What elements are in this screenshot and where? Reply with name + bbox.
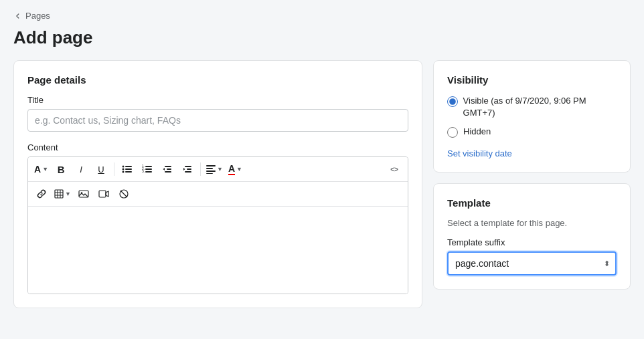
page-title: Add page bbox=[13, 27, 631, 48]
visibility-visible-option[interactable]: Visible (as of 9/7/2020, 9:06 PM GMT+7) bbox=[447, 95, 617, 119]
breadcrumb-label: Pages bbox=[25, 11, 50, 21]
video-icon bbox=[98, 189, 109, 199]
svg-rect-29 bbox=[99, 191, 106, 197]
svg-rect-20 bbox=[206, 171, 216, 172]
content-label: Content bbox=[27, 142, 408, 152]
visibility-hidden-option[interactable]: Hidden bbox=[447, 126, 617, 138]
svg-rect-15 bbox=[185, 166, 191, 167]
svg-rect-18 bbox=[206, 165, 216, 166]
svg-rect-7 bbox=[145, 166, 152, 167]
indent-increase-button[interactable] bbox=[178, 160, 197, 179]
ol-icon: 1.2.3. bbox=[142, 164, 153, 175]
table-button[interactable]: ▼ bbox=[52, 185, 73, 203]
side-column: Visibility Visible (as of 9/7/2020, 9:06… bbox=[433, 60, 631, 290]
svg-rect-22 bbox=[55, 190, 63, 198]
editor-body[interactable] bbox=[28, 207, 408, 294]
indent-decrease-icon bbox=[162, 164, 173, 175]
font-button[interactable]: A ▼ bbox=[32, 160, 50, 179]
content-editor: A ▼ B I U 1.2.3. bbox=[27, 156, 408, 294]
svg-rect-9 bbox=[145, 168, 152, 170]
svg-rect-5 bbox=[125, 171, 132, 173]
color-arrow-icon: ▼ bbox=[236, 166, 242, 173]
toolbar-row2: ▼ bbox=[28, 182, 408, 207]
underline-button[interactable]: U bbox=[92, 160, 110, 179]
title-label: Title bbox=[27, 95, 408, 105]
svg-rect-3 bbox=[125, 168, 132, 170]
link-button[interactable] bbox=[32, 185, 51, 203]
ul-icon bbox=[122, 164, 133, 175]
align-arrow-icon: ▼ bbox=[217, 166, 223, 173]
code-button[interactable]: <> bbox=[385, 160, 404, 179]
svg-point-4 bbox=[123, 171, 125, 173]
table-icon bbox=[54, 189, 64, 199]
suffix-select[interactable]: page.contact page.default bbox=[447, 251, 617, 275]
block-icon bbox=[118, 189, 129, 199]
breadcrumb[interactable]: Pages bbox=[13, 11, 631, 21]
visibility-card: Visibility Visible (as of 9/7/2020, 9:06… bbox=[433, 60, 631, 173]
video-button[interactable] bbox=[94, 185, 113, 203]
template-description: Select a template for this page. bbox=[447, 218, 617, 228]
visibility-visible-radio[interactable] bbox=[447, 96, 458, 107]
svg-rect-1 bbox=[125, 166, 132, 167]
template-title: Template bbox=[447, 197, 617, 209]
block-button[interactable] bbox=[114, 185, 133, 203]
align-icon bbox=[206, 164, 216, 174]
suffix-select-wrapper: page.contact page.default ⬍ bbox=[447, 251, 617, 275]
visibility-hidden-label: Hidden bbox=[463, 126, 491, 138]
svg-rect-19 bbox=[206, 168, 213, 169]
text-color-button[interactable]: A ▼ bbox=[226, 160, 244, 179]
visibility-visible-label: Visible (as of 9/7/2020, 9:06 PM GMT+7) bbox=[463, 95, 617, 119]
template-card: Template Select a template for this page… bbox=[433, 183, 631, 290]
bold-button[interactable]: B bbox=[52, 160, 70, 179]
svg-rect-21 bbox=[206, 173, 213, 174]
unordered-list-button[interactable] bbox=[118, 160, 137, 179]
indent-increase-icon bbox=[182, 164, 193, 175]
svg-rect-17 bbox=[185, 171, 191, 173]
title-input[interactable] bbox=[27, 109, 408, 132]
suffix-label: Template suffix bbox=[447, 237, 617, 247]
svg-point-2 bbox=[123, 168, 125, 171]
indent-decrease-button[interactable] bbox=[158, 160, 177, 179]
svg-line-31 bbox=[120, 191, 127, 197]
svg-point-0 bbox=[123, 166, 125, 168]
link-icon bbox=[36, 189, 47, 199]
svg-rect-12 bbox=[165, 166, 171, 167]
set-visibility-date-link[interactable]: Set visibility date bbox=[447, 148, 512, 158]
toolbar-sep2 bbox=[200, 162, 201, 176]
visibility-title: Visibility bbox=[447, 74, 617, 86]
svg-rect-14 bbox=[165, 171, 171, 173]
chevron-left-icon bbox=[13, 12, 21, 20]
ordered-list-button[interactable]: 1.2.3. bbox=[138, 160, 157, 179]
italic-button[interactable]: I bbox=[72, 160, 90, 179]
layout: Page details Title Content A ▼ B I U bbox=[13, 60, 631, 308]
toolbar-sep1 bbox=[114, 162, 114, 176]
font-arrow-icon: ▼ bbox=[42, 166, 48, 173]
image-button[interactable] bbox=[74, 185, 93, 203]
svg-rect-16 bbox=[187, 168, 191, 170]
align-button[interactable]: ▼ bbox=[204, 160, 225, 179]
page-details-title: Page details bbox=[27, 74, 408, 86]
image-icon bbox=[78, 189, 89, 199]
visibility-options: Visible (as of 9/7/2020, 9:06 PM GMT+7) … bbox=[447, 95, 617, 138]
table-arrow-icon: ▼ bbox=[65, 191, 71, 197]
toolbar-row1: A ▼ B I U 1.2.3. bbox=[28, 157, 408, 182]
svg-rect-11 bbox=[145, 171, 152, 173]
page-details-card: Page details Title Content A ▼ B I U bbox=[13, 60, 422, 308]
visibility-hidden-radio[interactable] bbox=[447, 127, 458, 138]
svg-rect-13 bbox=[167, 168, 171, 170]
svg-text:3.: 3. bbox=[142, 169, 145, 173]
